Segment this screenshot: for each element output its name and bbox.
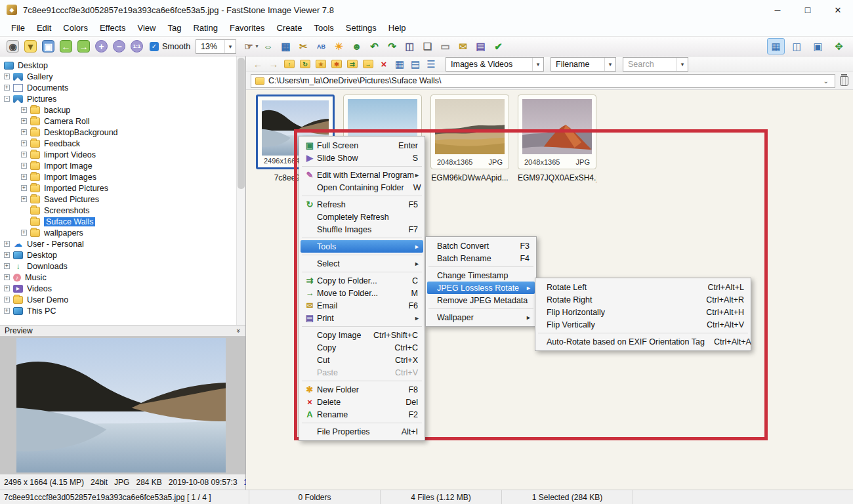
menu-favorites[interactable]: Favorites [224,23,270,33]
expand-icon[interactable]: + [21,152,27,158]
minimize-button[interactable] [762,0,793,20]
menu-item-select[interactable]: Select► [301,257,423,270]
menu-settings[interactable]: Settings [340,23,383,33]
tree-item-this-pc[interactable]: +This PC [0,305,236,316]
list-view-icon[interactable]: ☰ [423,57,439,71]
menu-item-auto-rotate-based-on-exif-orientation-tag[interactable]: Auto-Rotate based on EXIF Orientation Ta… [537,335,749,348]
up-folder-icon[interactable]: ↑ [281,57,297,71]
move-to-folder-icon[interactable]: → [360,57,376,71]
menu-item-new-folder[interactable]: ✱New FolderF8 [301,383,423,396]
search-input[interactable]: Search [623,57,688,72]
dropdown-arrow-icon[interactable]: ▾ [256,43,259,49]
filter-dropdown-icon[interactable] [532,58,543,71]
delete-file-icon[interactable]: × [376,57,392,71]
forward-icon[interactable]: → [266,57,281,71]
expand-icon[interactable]: + [4,263,10,269]
undo-icon[interactable]: ↶ [365,38,383,55]
acquire-photos-icon[interactable]: ◉ [4,38,22,55]
previous-image-icon[interactable]: ← [57,38,75,55]
menu-edit[interactable]: Edit [31,23,57,33]
tree-item-limport-videos[interactable]: +limport Videos [0,149,236,160]
menu-item-email[interactable]: ✉EmailF6 [301,299,423,312]
expand-icon[interactable]: + [21,107,27,113]
menu-item-rotate-right[interactable]: Rotate RightCtrl+Alt+R [537,293,749,306]
maximize-button[interactable] [793,0,823,20]
menu-item-cut[interactable]: CutCtrl+X [301,354,423,366]
settings-check-icon[interactable]: ✔ [489,38,507,55]
scan-icon[interactable]: ▭ [436,38,454,55]
expand-icon[interactable]: + [4,274,10,280]
menu-view[interactable]: View [131,23,161,33]
actual-size-icon[interactable]: 1:1 [128,38,146,55]
address-input[interactable]: C:\Users\m_la\OneDrive\Pictures\Suface W… [251,74,835,88]
smooth-checkbox[interactable]: Smooth [150,42,190,51]
collapse-icon[interactable]: - [4,96,10,102]
tree-item-gallery[interactable]: +Gallery [0,71,236,82]
tree-item-saved-pictures[interactable]: +Saved Pictures [0,194,236,205]
menu-item-tools[interactable]: Tools► [301,240,423,253]
menu-item-batch-rename[interactable]: Batch RenameF4 [427,252,535,264]
menu-item-open-containing-folder[interactable]: Open Containing FolderW [301,181,423,194]
viewer-preview-icon[interactable]: ◫ [788,38,806,54]
refresh-folder-icon[interactable]: ↻ [297,57,313,71]
tree-item-screenshots[interactable]: Screenshots [0,205,236,216]
menu-tag[interactable]: Tag [161,23,187,33]
zoom-combo[interactable]: 13% [196,39,236,54]
batch-rename-icon[interactable]: AB [312,38,330,55]
menu-item-paste[interactable]: PasteCtrl+V [301,366,423,379]
menu-item-refresh[interactable]: ↻RefreshF5 [301,198,423,211]
close-button[interactable] [823,0,853,20]
file-filter-combo[interactable]: Images & Videos [446,57,544,72]
redo-icon[interactable]: ↷ [383,38,401,55]
thumbnails-view-icon[interactable]: ▦ [392,57,407,71]
tree-item-imported-pictures[interactable]: +Imported Pictures [0,182,236,194]
next-image-icon[interactable]: → [75,38,93,55]
menu-item-shuffle-images[interactable]: Shuffle ImagesF7 [301,223,423,236]
tree-item-feedback[interactable]: +Feedback [0,138,236,149]
tree-item-user-demo[interactable]: +User Demo [0,294,236,305]
compare-images-icon[interactable]: ◫ [401,38,419,55]
menu-rating[interactable]: Rating [187,23,224,33]
sort-combo[interactable]: Filename [551,57,616,72]
menu-item-rotate-left[interactable]: Rotate LeftCtrl+Alt+L [537,281,749,293]
menu-tools[interactable]: Tools [308,23,339,33]
tree-item-downloads[interactable]: +Downloads [0,261,236,272]
menu-item-remove-jpeg-metadata[interactable]: Remove JPEG Metadata [427,294,535,306]
enhance-colors-icon[interactable]: ☀ [330,38,348,55]
zoom-in-icon[interactable]: + [93,38,110,55]
tree-item-desktop[interactable]: +Desktop [0,249,236,261]
menu-item-wallpaper[interactable]: Wallpaper► [427,311,535,324]
expand-icon[interactable]: + [21,185,27,191]
thumbnail-card-3[interactable]: 2048x1365JPG [430,94,509,169]
tree-item-desktopbackground[interactable]: +DesktopBackground [0,127,236,138]
tree-item-import-image[interactable]: +Import Image [0,160,236,171]
save-as-icon[interactable]: ▣ [39,38,57,55]
details-view-icon[interactable]: ▤ [407,57,423,71]
browser-view-icon[interactable]: ▦ [767,38,785,54]
menu-item-full-screen[interactable]: ▣Full ScreenEnter [301,139,423,152]
trash-icon[interactable] [840,76,848,86]
menu-item-rename[interactable]: ARenameF2 [301,408,423,421]
menu-item-copy[interactable]: CopyCtrl+C [301,341,423,354]
expand-icon[interactable]: + [21,129,27,135]
menu-item-file-properties[interactable]: File PropertiesAlt+I [301,425,423,438]
dual-monitor-icon[interactable]: ❏ [419,38,436,55]
menu-item-flip-horizontally[interactable]: Flip HorizontallyCtrl+Alt+H [537,306,749,318]
menu-create[interactable]: Create [270,23,308,33]
menu-item-flip-vertically[interactable]: Flip VerticallyCtrl+Alt+V [537,318,749,331]
open-file-icon[interactable]: ▼ [22,38,39,55]
expand-icon[interactable]: + [4,252,10,258]
tree-item-desktop[interactable]: Desktop [0,60,236,71]
hand-tool-icon[interactable]: ☞▾ [241,38,259,55]
print-icon[interactable]: ▤ [472,38,489,55]
expand-icon[interactable]: + [21,163,27,169]
menu-item-jpeg-lossless-rotate[interactable]: JPEG Lossless Rotate► [427,282,535,294]
favorite-folder-icon[interactable]: ★ [313,57,329,71]
expand-icon[interactable]: + [21,118,27,124]
tree-item-import-images[interactable]: +Import Images [0,171,236,182]
expand-icon[interactable]: + [4,285,10,291]
tree-item-documents[interactable]: +Documents [0,82,236,93]
menu-file[interactable]: File [5,23,31,33]
menu-item-change-timestamp[interactable]: Change Timestamp [427,269,535,282]
search-dropdown-icon[interactable] [676,58,688,71]
